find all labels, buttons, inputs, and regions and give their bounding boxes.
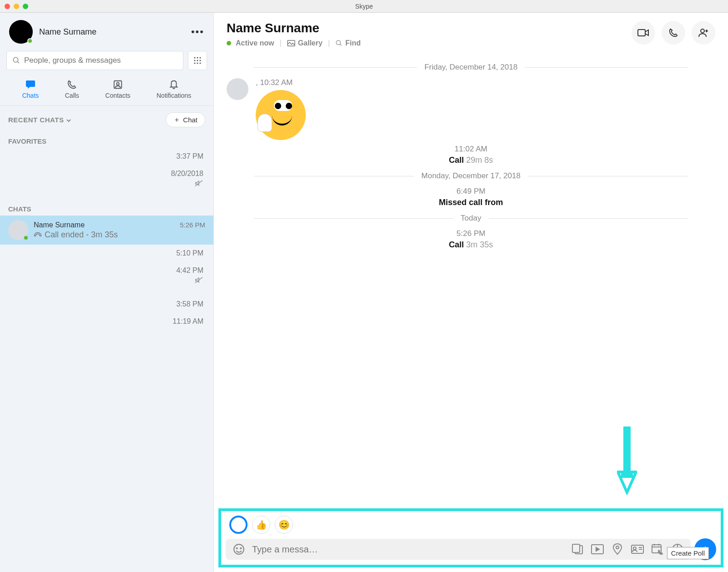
gallery-link[interactable]: Gallery [287, 39, 323, 47]
chat-stub[interactable]: 4:42 PM [0, 262, 213, 296]
svg-line-1 [17, 61, 19, 63]
location-button[interactable] [611, 543, 624, 555]
chat-subtitle: Call ended - 3m 35s [45, 230, 118, 240]
call-label: Call [449, 240, 464, 249]
svg-point-30 [616, 546, 619, 549]
search-box[interactable] [6, 51, 183, 70]
audio-call-button[interactable] [662, 21, 685, 45]
search-icon [335, 40, 343, 47]
svg-point-6 [197, 60, 198, 61]
window-title: Skype [355, 3, 373, 10]
svg-point-32 [633, 547, 636, 550]
call-label: Call [449, 156, 464, 165]
calls-icon [67, 79, 77, 90]
chats-icon [25, 79, 36, 90]
tab-notifications[interactable]: Notifications [157, 79, 191, 99]
window-controls [5, 4, 28, 9]
new-chat-button[interactable]: ＋Chat [166, 112, 205, 127]
svg-point-13 [116, 82, 119, 85]
maximize-icon[interactable] [23, 4, 28, 9]
tab-chats[interactable]: Chats [22, 79, 39, 99]
minimize-icon[interactable] [14, 4, 19, 9]
close-icon[interactable] [5, 4, 10, 9]
favorite-stub[interactable]: 3:37 PM [0, 148, 213, 165]
dialpad-button[interactable] [188, 51, 207, 70]
messages-list[interactable]: Friday, December 14, 2018 , 10:32 AM 11:… [214, 52, 728, 572]
call-duration: 3m 35s [466, 240, 493, 249]
add-participants-button[interactable] [692, 21, 715, 45]
svg-point-20 [701, 29, 704, 33]
message-avatar[interactable] [227, 78, 248, 100]
schedule-call-button[interactable] [651, 543, 664, 555]
svg-point-3 [197, 57, 198, 59]
reaction-thumbs-up[interactable]: 👍 [252, 516, 270, 534]
sidebar: Name Surname ••• Chats Calls Co [0, 13, 214, 572]
new-chat-label: Chat [183, 116, 197, 124]
call-time: 5:26 PM [227, 229, 715, 238]
date-divider: Today [254, 214, 688, 223]
calendar-phone-icon [652, 543, 663, 555]
tab-contacts[interactable]: Contacts [105, 79, 130, 99]
tab-label: Contacts [105, 92, 130, 99]
chat-time: 5:26 PM [180, 221, 205, 229]
svg-rect-11 [26, 80, 35, 87]
mute-icon [194, 180, 203, 187]
video-message-button[interactable] [591, 544, 604, 554]
sticker-hi-emoji[interactable] [256, 90, 306, 140]
call-time: 6:49 PM [227, 187, 715, 196]
chat-stub[interactable]: 5:10 PM [0, 245, 213, 262]
svg-point-2 [194, 57, 196, 59]
phone-icon [668, 28, 678, 38]
reaction-smile[interactable]: 😊 [275, 516, 293, 534]
svg-rect-19 [638, 30, 645, 36]
call-duration: 29m 8s [466, 156, 493, 165]
emoji-picker-button[interactable] [232, 543, 246, 555]
call-time: 11:02 AM [227, 145, 715, 154]
favorite-stub[interactable]: 8/20/2018 [0, 165, 213, 199]
favorites-header: FAVORITES [0, 131, 213, 148]
chevron-down-icon[interactable] [66, 118, 71, 123]
chat-stub[interactable]: 11:19 AM [0, 313, 213, 330]
stub-time: 4:42 PM [10, 266, 203, 275]
svg-point-17 [336, 40, 340, 45]
missed-label: Missed call from [439, 198, 503, 207]
tab-calls[interactable]: Calls [65, 79, 79, 99]
presence-dot-icon [227, 41, 231, 45]
avatar[interactable] [9, 20, 33, 44]
person-add-icon [698, 28, 709, 38]
location-icon [612, 543, 622, 555]
presence-dot-icon [27, 38, 33, 44]
search-row [0, 51, 213, 75]
chat-item-active[interactable]: Name Surname 5:26 PM Call ended - 3m 35s [0, 216, 213, 245]
svg-point-4 [200, 57, 201, 59]
phone-icon [34, 231, 42, 238]
find-link[interactable]: Find [335, 39, 361, 47]
svg-point-5 [194, 60, 196, 61]
search-icon [12, 56, 20, 65]
call-event: 11:02 AM Call 29m 8s [227, 145, 715, 165]
svg-point-9 [197, 63, 198, 64]
attach-file-button[interactable] [571, 544, 584, 555]
contact-card-button[interactable] [631, 545, 644, 554]
video-call-button[interactable] [632, 21, 655, 45]
svg-point-0 [13, 57, 18, 62]
contacts-icon [113, 79, 123, 90]
plus-icon: ＋ [173, 115, 180, 124]
call-event: 5:26 PM Call 3m 35s [227, 229, 715, 250]
svg-point-8 [194, 63, 196, 64]
nav-tabs: Chats Calls Contacts Notifications [0, 75, 213, 106]
card-icon [631, 545, 644, 554]
reaction-selected[interactable] [229, 516, 248, 534]
recent-title: RECENT CHATS [8, 116, 71, 124]
conversation-title: Name Surname [227, 21, 632, 35]
more-icon[interactable]: ••• [191, 26, 204, 38]
gallery-icon [287, 40, 295, 46]
date-divider: Monday, December 17, 2018 [254, 171, 688, 181]
svg-rect-23 [623, 426, 631, 477]
svg-point-26 [240, 548, 241, 549]
search-input[interactable] [24, 56, 177, 65]
video-icon [637, 28, 649, 37]
message-input[interactable] [252, 544, 564, 555]
chat-stub[interactable]: 3:58 PM [0, 296, 213, 313]
smiley-icon [233, 543, 245, 555]
